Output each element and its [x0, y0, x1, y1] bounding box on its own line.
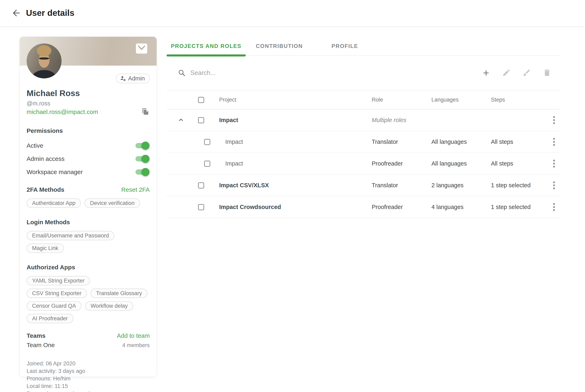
- row-role-cell: Translator: [372, 182, 432, 189]
- row-role-cell: Translator: [372, 138, 432, 145]
- collapse-button[interactable]: [177, 116, 185, 124]
- add-to-team-link[interactable]: Add to team: [117, 332, 150, 339]
- envelope-icon: [136, 44, 147, 54]
- row-menu-button[interactable]: [553, 160, 555, 168]
- edit-button[interactable]: [502, 68, 511, 78]
- meta-line: Personal access tokens: 1: [26, 390, 150, 392]
- tab-contribution[interactable]: CONTRIBUTION: [246, 36, 313, 56]
- row-languages-cell: All languages: [432, 138, 491, 145]
- permission-label: Active: [26, 142, 43, 149]
- project-name: Impact CSV/XLSX: [219, 182, 269, 188]
- row-checkbox[interactable]: [198, 204, 204, 210]
- row-checkbox-cell: [198, 117, 219, 123]
- authorized-app-chip-censor-guard-qa: Censor Guard QA: [26, 301, 82, 310]
- table-toolbar: [166, 56, 560, 90]
- copy-icon: [141, 107, 150, 116]
- row-steps-cell: All steps: [491, 138, 548, 145]
- team-members-count: 4 members: [122, 342, 150, 348]
- table-row-impact-proofreader: ImpactProofreaderAll languagesAll steps: [166, 153, 560, 175]
- table-row-impact-csv-xlsx-translator: Impact CSV/XLSXTranslator2 languages1 st…: [166, 175, 560, 196]
- person-gear-icon: [120, 75, 126, 82]
- add-button[interactable]: [482, 68, 490, 78]
- permission-row: Workspace manager: [26, 168, 148, 176]
- row-menu-button[interactable]: [553, 138, 555, 146]
- row-project-cell: Impact CSV/XLSX: [219, 182, 372, 189]
- admin-badge-label: Admin: [128, 75, 145, 82]
- row-menu-button[interactable]: [553, 182, 555, 189]
- reset-2fa-link[interactable]: Reset 2FA: [121, 186, 150, 193]
- tab-profile[interactable]: PROFILE: [313, 36, 377, 56]
- row-menu-cell: [548, 138, 560, 146]
- row-steps-cell: All steps: [491, 160, 548, 167]
- row-checkbox[interactable]: [204, 161, 210, 167]
- authorized-app-chip-ai-proofreader: AI Proofreader: [26, 314, 73, 323]
- column-header-project: Project: [219, 97, 372, 103]
- delete-button[interactable]: [542, 68, 552, 78]
- select-all-checkbox[interactable]: [198, 97, 204, 103]
- row-role-cell: Proofreader: [372, 204, 432, 210]
- table-row-impact-crowdsourced-proofreader: Impact CrowdsourcedProofreader4 language…: [166, 196, 560, 218]
- header-checkbox-cell: [198, 97, 219, 103]
- row-menu-cell: [548, 182, 560, 189]
- row-menu-button[interactable]: [553, 116, 555, 124]
- back-button[interactable]: [10, 8, 22, 19]
- row-checkbox[interactable]: [198, 182, 204, 188]
- row-role-cell: Multiple roles: [372, 117, 432, 124]
- meta-line: Local time: 11:15: [26, 382, 150, 390]
- login-method-chip-magic-link: Magic Link: [26, 244, 64, 253]
- column-header-languages: Languages: [432, 97, 491, 103]
- row-menu-button[interactable]: [553, 203, 555, 211]
- twofa-heading: 2FA Methods: [26, 186, 64, 193]
- page-header: User details: [0, 0, 585, 26]
- project-name: Impact: [225, 138, 243, 145]
- send-email-button[interactable]: [136, 44, 147, 54]
- row-languages-cell: All languages: [432, 160, 491, 167]
- project-name: Impact: [219, 117, 238, 123]
- twofa-chip-device-verification: Device verification: [84, 198, 140, 208]
- table-header-row: ProjectRoleLanguagesSteps: [166, 90, 560, 110]
- search-input[interactable]: [190, 69, 482, 76]
- clean-button[interactable]: [522, 68, 531, 78]
- login-methods-heading: Login Methods: [26, 219, 150, 226]
- row-checkbox[interactable]: [204, 139, 210, 145]
- user-email[interactable]: michael.ross@impact.com: [26, 108, 98, 115]
- team-name: Team One: [26, 342, 55, 348]
- tab-bar: PROJECTS AND ROLESCONTRIBUTIONPROFILE: [166, 36, 560, 56]
- chevron-up-icon: [177, 116, 185, 124]
- row-steps-cell: 1 step selected: [491, 182, 548, 189]
- row-menu-cell: [548, 160, 560, 168]
- row-checkbox[interactable]: [198, 117, 204, 123]
- table-row-impact-multiple-roles: ImpactMultiple roles: [166, 110, 560, 131]
- tab-projects-and-roles[interactable]: PROJECTS AND ROLES: [166, 36, 246, 56]
- row-project-cell: Impact Crowdsourced: [219, 204, 372, 210]
- column-header-steps: Steps: [491, 97, 548, 103]
- toggle-active[interactable]: [136, 143, 148, 148]
- toggle-workspace-manager[interactable]: [136, 170, 148, 175]
- brush-icon: [522, 68, 531, 77]
- toggle-admin-access[interactable]: [136, 156, 148, 162]
- avatar: [26, 44, 62, 78]
- user-meta-details: Joined: 06 Apr 2020Last activity: 3 days…: [26, 360, 150, 392]
- row-checkbox-cell: [198, 182, 219, 188]
- permission-row: Active: [26, 141, 148, 150]
- row-menu-cell: [548, 116, 560, 124]
- authorized-app-chip-workflow-delay: Workflow delay: [85, 301, 133, 310]
- toggle-knob: [142, 142, 150, 150]
- copy-email-button[interactable]: [141, 107, 150, 116]
- admin-badge: Admin: [116, 74, 150, 83]
- row-menu-cell: [548, 203, 560, 211]
- user-username: @m.ross: [26, 100, 150, 107]
- row-project-cell: Impact: [219, 138, 372, 145]
- pencil-icon: [502, 68, 511, 77]
- teams-heading: Teams: [26, 332, 46, 339]
- row-project-cell: Impact: [219, 160, 372, 167]
- permission-row: Admin access: [26, 154, 148, 163]
- page-title: User details: [26, 8, 74, 18]
- login-method-chip-email-username-and-password: Email/Username and Password: [26, 231, 114, 240]
- row-chevron-cell: [166, 116, 198, 124]
- team-row: Team One4 members: [26, 342, 150, 348]
- user-card: Admin Michael Ross @m.ross michael.ross@…: [20, 36, 157, 377]
- plus-icon: [482, 68, 490, 78]
- row-role-cell: Proofreader: [372, 160, 432, 167]
- row-languages-cell: 2 languages: [432, 182, 491, 189]
